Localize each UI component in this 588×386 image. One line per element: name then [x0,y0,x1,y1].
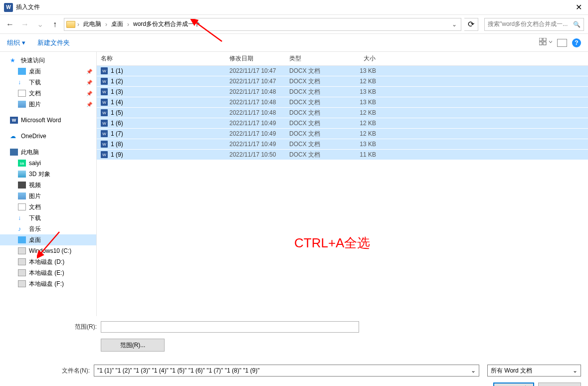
chevron-right-icon: › [104,21,108,28]
close-icon[interactable]: ✕ [574,2,584,12]
up-button[interactable]: ↑ [49,18,61,30]
filetype-filter[interactable]: 所有 Word 文档 ⌄ [487,365,581,377]
col-name[interactable]: 名称 [97,52,225,65]
docx-icon: W [101,78,108,85]
file-row[interactable]: W1 (2)2022/11/17 10:47DOCX 文档12 KB [97,76,588,87]
history-dropdown[interactable]: ⌄ [34,18,46,30]
file-date: 2022/11/17 10:49 [225,120,285,127]
toolbar: 组织 ▾ 新建文件夹 ? [0,34,588,52]
file-type: DOCX 文档 [285,88,345,96]
search-input[interactable]: 搜索"word多份文档合并成一... 🔍 [484,18,584,31]
pin-icon: 📌 [86,91,92,96]
sidebar-pictures[interactable]: 图片📌 [0,99,96,110]
col-date[interactable]: 修改日期 [225,52,285,65]
file-size: 13 KB [345,88,380,95]
window-title: 插入文件 [16,3,40,11]
titlebar: W 插入文件 ✕ [0,0,588,15]
file-type: DOCX 文档 [285,151,345,159]
sidebar-pictures2[interactable]: 图片 [0,191,96,201]
sidebar-download[interactable]: ↓下载📌 [0,77,96,88]
file-row[interactable]: W1 (7)2022/11/17 10:49DOCX 文档12 KB [97,129,588,139]
docx-icon: W [101,130,108,137]
pin-icon: 📌 [86,69,92,74]
file-list[interactable]: W1 (1)2022/11/17 10:47DOCX 文档13 KBW1 (2)… [97,66,588,316]
file-row[interactable]: W1 (1)2022/11/17 10:47DOCX 文档13 KB [97,66,588,76]
cancel-button[interactable]: 取消 [538,383,581,386]
file-name: 1 (4) [111,99,123,106]
view-mode-icon[interactable] [539,38,552,47]
file-row[interactable]: W1 (6)2022/11/17 10:49DOCX 文档12 KB [97,118,588,129]
sidebar-download2[interactable]: ↓下载 [0,212,96,223]
file-type: DOCX 文档 [285,67,345,75]
file-type: DOCX 文档 [285,77,345,86]
newfolder-button[interactable]: 新建文件夹 [37,38,70,47]
file-size: 12 KB [345,130,380,137]
drive-icon [18,269,26,276]
range-label: 范围(R): [7,323,97,331]
sidebar-drive-c[interactable]: Windows10 (C:) [0,245,96,256]
thispc-icon [10,149,18,156]
insert-button[interactable]: 插入(S)▾ [493,383,534,386]
sidebar-onedrive[interactable]: ☁OneDrive [0,131,96,142]
sidebar-music[interactable]: ♪音乐 [0,223,96,234]
svg-rect-0 [539,38,542,41]
crumb-thispc[interactable]: 此电脑 [81,19,103,29]
col-type[interactable]: 类型 [285,52,345,65]
docx-icon: W [101,88,108,95]
chevron-down-icon[interactable]: ⌄ [471,367,476,374]
file-date: 2022/11/17 10:48 [225,88,285,95]
pictures-icon [18,101,26,108]
filename-input[interactable]: "1 (1)" "1 (2)" "1 (3)" "1 (4)" "1 (5)" … [94,365,479,377]
chevron-right-icon: › [126,21,130,28]
file-row[interactable]: W1 (9)2022/11/17 10:50DOCX 文档11 KB [97,150,588,160]
organize-button[interactable]: 组织 ▾ [7,38,25,47]
address-dropdown-icon[interactable]: ⌄ [450,21,459,28]
file-date: 2022/11/17 10:47 [225,67,285,74]
sidebar-saiyi[interactable]: sasaiyi [0,158,96,169]
range-input[interactable] [101,321,359,333]
sidebar-documents2[interactable]: 文档 [0,201,96,212]
sidebar-desktop[interactable]: 桌面📌 [0,66,96,77]
footer: 范围(R): 范围(R)... 文件名(N): "1 (1)" "1 (2)" … [0,316,588,386]
file-row[interactable]: W1 (8)2022/11/17 10:49DOCX 文档13 KB [97,139,588,150]
file-size: 11 KB [345,151,380,158]
forward-button[interactable]: → [19,18,31,30]
saiyi-icon: sa [18,160,26,167]
sidebar-thispc[interactable]: 此电脑 [0,147,96,158]
pin-icon: 📌 [86,102,92,107]
sidebar-documents[interactable]: 文档📌 [0,88,96,99]
back-button[interactable]: ← [4,18,16,30]
crumb-folder[interactable]: word多份文档合并成一个 [131,19,202,29]
file-row[interactable]: W1 (4)2022/11/17 10:48DOCX 文档13 KB [97,97,588,108]
document-icon [18,90,26,97]
search-placeholder: 搜索"word多份文档合并成一... [488,20,568,28]
file-row[interactable]: W1 (5)2022/11/17 10:48DOCX 文档12 KB [97,108,588,118]
sidebar-video[interactable]: 视频 [0,180,96,191]
3d-icon [18,171,26,178]
refresh-button[interactable]: ⟳ [464,18,478,31]
sidebar-drive-e[interactable]: 本地磁盘 (E:) [0,267,96,278]
col-size[interactable]: 大小 [345,52,380,65]
sidebar-msword[interactable]: WMicrosoft Word [0,115,96,126]
range-button[interactable]: 范围(R)... [101,339,165,352]
file-row[interactable]: W1 (3)2022/11/17 10:48DOCX 文档13 KB [97,87,588,97]
crumb-desktop[interactable]: 桌面 [109,19,125,29]
chevron-down-icon[interactable]: ⌄ [573,367,578,374]
docx-icon: W [101,67,108,74]
help-icon[interactable]: ? [572,38,581,47]
sidebar-3d[interactable]: 3D 对象 [0,169,96,180]
file-name: 1 (9) [111,151,123,158]
sidebar-drive-f[interactable]: 本地磁盘 (F:) [0,278,96,289]
file-date: 2022/11/17 10:49 [225,130,285,137]
file-date: 2022/11/17 10:49 [225,141,285,148]
sidebar-quickaccess[interactable]: ★快速访问 [0,55,96,66]
file-size: 12 KB [345,109,380,116]
svg-rect-2 [539,42,542,45]
navbar: ← → ⌄ ↑ › 此电脑 › 桌面 › word多份文档合并成一个 ⌄ ⟳ 搜… [0,15,588,34]
preview-pane-icon[interactable] [557,39,567,47]
file-name: 1 (5) [111,109,123,116]
address-bar[interactable]: › 此电脑 › 桌面 › word多份文档合并成一个 ⌄ [64,18,461,31]
sidebar-desktop2[interactable]: 桌面 [0,234,96,245]
docx-icon: W [101,109,108,116]
sidebar-drive-d[interactable]: 本地磁盘 (D:) [0,256,96,267]
